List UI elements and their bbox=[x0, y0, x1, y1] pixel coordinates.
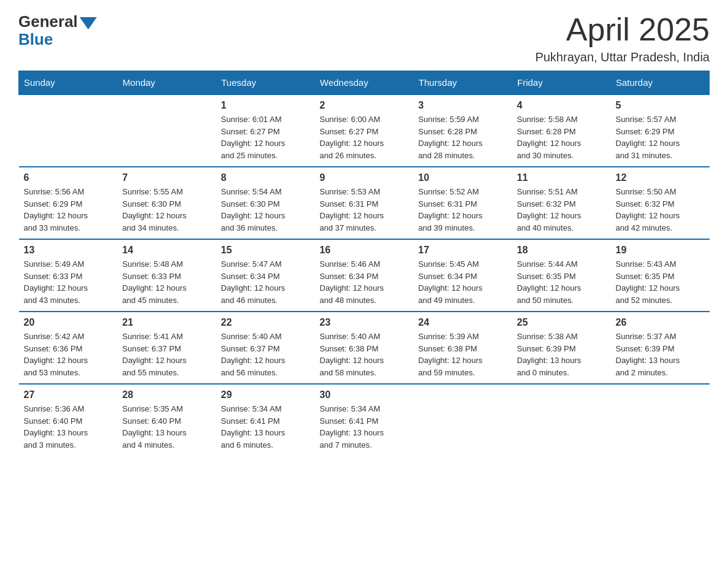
day-number: 13 bbox=[24, 245, 113, 256]
day-number: 27 bbox=[24, 389, 113, 400]
day-info: Sunrise: 5:49 AMSunset: 6:33 PMDaylight:… bbox=[24, 258, 113, 306]
calendar-week-3: 13Sunrise: 5:49 AMSunset: 6:33 PMDayligh… bbox=[19, 239, 710, 312]
day-number: 19 bbox=[616, 245, 705, 256]
calendar-header-monday: Monday bbox=[118, 71, 216, 95]
logo-general-text: General bbox=[18, 12, 78, 31]
day-info: Sunrise: 5:57 AMSunset: 6:29 PMDaylight:… bbox=[616, 113, 705, 161]
day-number: 9 bbox=[320, 172, 409, 183]
day-info: Sunrise: 5:46 AMSunset: 6:34 PMDaylight:… bbox=[320, 258, 409, 306]
calendar-header-sunday: Sunday bbox=[19, 71, 118, 95]
calendar-cell bbox=[118, 94, 216, 167]
day-info: Sunrise: 5:38 AMSunset: 6:39 PMDaylight:… bbox=[517, 331, 606, 378]
day-info: Sunrise: 5:59 AMSunset: 6:28 PMDaylight:… bbox=[419, 113, 507, 161]
calendar-cell: 25Sunrise: 5:38 AMSunset: 6:39 PMDayligh… bbox=[512, 312, 611, 384]
calendar-week-2: 6Sunrise: 5:56 AMSunset: 6:29 PMDaylight… bbox=[19, 167, 710, 239]
day-info: Sunrise: 5:36 AMSunset: 6:40 PMDaylight:… bbox=[24, 403, 113, 451]
page-header: General Blue April 2025 Pukhrayan, Uttar… bbox=[18, 12, 710, 64]
day-number: 22 bbox=[221, 317, 310, 328]
logo-blue-text: Blue bbox=[18, 30, 53, 49]
calendar-cell: 20Sunrise: 5:42 AMSunset: 6:36 PMDayligh… bbox=[19, 312, 118, 384]
calendar-cell: 4Sunrise: 5:58 AMSunset: 6:28 PMDaylight… bbox=[512, 94, 611, 167]
title-section: April 2025 Pukhrayan, Uttar Pradesh, Ind… bbox=[535, 12, 710, 64]
day-info: Sunrise: 5:42 AMSunset: 6:36 PMDaylight:… bbox=[24, 331, 113, 378]
calendar-cell: 17Sunrise: 5:45 AMSunset: 6:34 PMDayligh… bbox=[414, 239, 512, 312]
logo-triangle-icon bbox=[80, 17, 97, 29]
calendar-header-tuesday: Tuesday bbox=[216, 71, 315, 95]
calendar-cell: 2Sunrise: 6:00 AMSunset: 6:27 PMDaylight… bbox=[315, 94, 414, 167]
calendar-cell: 18Sunrise: 5:44 AMSunset: 6:35 PMDayligh… bbox=[512, 239, 611, 312]
day-number: 3 bbox=[419, 100, 507, 111]
day-number: 25 bbox=[517, 317, 606, 328]
day-number: 20 bbox=[24, 317, 113, 328]
calendar-header-row: SundayMondayTuesdayWednesdayThursdayFrid… bbox=[19, 71, 710, 95]
day-number: 4 bbox=[517, 100, 606, 111]
calendar-week-1: 1Sunrise: 6:01 AMSunset: 6:27 PMDaylight… bbox=[19, 94, 710, 167]
day-info: Sunrise: 5:50 AMSunset: 6:32 PMDaylight:… bbox=[616, 186, 705, 234]
calendar-cell: 10Sunrise: 5:52 AMSunset: 6:31 PMDayligh… bbox=[414, 167, 512, 239]
calendar-cell: 8Sunrise: 5:54 AMSunset: 6:30 PMDaylight… bbox=[216, 167, 315, 239]
day-info: Sunrise: 5:40 AMSunset: 6:37 PMDaylight:… bbox=[221, 331, 310, 378]
day-info: Sunrise: 5:48 AMSunset: 6:33 PMDaylight:… bbox=[123, 258, 211, 306]
calendar-cell bbox=[611, 384, 710, 456]
day-number: 30 bbox=[320, 389, 409, 400]
calendar-cell: 22Sunrise: 5:40 AMSunset: 6:37 PMDayligh… bbox=[216, 312, 315, 384]
calendar-cell: 16Sunrise: 5:46 AMSunset: 6:34 PMDayligh… bbox=[315, 239, 414, 312]
day-info: Sunrise: 5:54 AMSunset: 6:30 PMDaylight:… bbox=[221, 186, 310, 234]
day-number: 7 bbox=[123, 172, 211, 183]
calendar-cell: 21Sunrise: 5:41 AMSunset: 6:37 PMDayligh… bbox=[118, 312, 216, 384]
day-number: 1 bbox=[221, 100, 310, 111]
calendar-header-thursday: Thursday bbox=[414, 71, 512, 95]
day-info: Sunrise: 5:41 AMSunset: 6:37 PMDaylight:… bbox=[123, 331, 211, 378]
calendar-header-wednesday: Wednesday bbox=[315, 71, 414, 95]
day-number: 2 bbox=[320, 100, 409, 111]
day-info: Sunrise: 5:40 AMSunset: 6:38 PMDaylight:… bbox=[320, 331, 409, 378]
calendar-cell: 26Sunrise: 5:37 AMSunset: 6:39 PMDayligh… bbox=[611, 312, 710, 384]
day-info: Sunrise: 5:56 AMSunset: 6:29 PMDaylight:… bbox=[24, 186, 113, 234]
calendar-header-saturday: Saturday bbox=[611, 71, 710, 95]
day-info: Sunrise: 5:51 AMSunset: 6:32 PMDaylight:… bbox=[517, 186, 606, 234]
logo: General Blue bbox=[18, 12, 97, 49]
calendar-week-5: 27Sunrise: 5:36 AMSunset: 6:40 PMDayligh… bbox=[19, 384, 710, 456]
day-number: 14 bbox=[123, 245, 211, 256]
day-number: 29 bbox=[221, 389, 310, 400]
day-info: Sunrise: 5:47 AMSunset: 6:34 PMDaylight:… bbox=[221, 258, 310, 306]
day-info: Sunrise: 5:34 AMSunset: 6:41 PMDaylight:… bbox=[221, 403, 310, 451]
day-number: 23 bbox=[320, 317, 409, 328]
day-info: Sunrise: 5:44 AMSunset: 6:35 PMDaylight:… bbox=[517, 258, 606, 306]
calendar-cell: 14Sunrise: 5:48 AMSunset: 6:33 PMDayligh… bbox=[118, 239, 216, 312]
month-title: April 2025 bbox=[535, 12, 710, 47]
calendar-cell: 3Sunrise: 5:59 AMSunset: 6:28 PMDaylight… bbox=[414, 94, 512, 167]
day-info: Sunrise: 5:53 AMSunset: 6:31 PMDaylight:… bbox=[320, 186, 409, 234]
calendar-cell: 23Sunrise: 5:40 AMSunset: 6:38 PMDayligh… bbox=[315, 312, 414, 384]
calendar-cell: 9Sunrise: 5:53 AMSunset: 6:31 PMDaylight… bbox=[315, 167, 414, 239]
calendar-cell: 5Sunrise: 5:57 AMSunset: 6:29 PMDaylight… bbox=[611, 94, 710, 167]
calendar-cell: 12Sunrise: 5:50 AMSunset: 6:32 PMDayligh… bbox=[611, 167, 710, 239]
calendar-cell: 24Sunrise: 5:39 AMSunset: 6:38 PMDayligh… bbox=[414, 312, 512, 384]
day-info: Sunrise: 5:52 AMSunset: 6:31 PMDaylight:… bbox=[419, 186, 507, 234]
day-info: Sunrise: 5:34 AMSunset: 6:41 PMDaylight:… bbox=[320, 403, 409, 451]
day-info: Sunrise: 6:00 AMSunset: 6:27 PMDaylight:… bbox=[320, 113, 409, 161]
calendar-cell: 13Sunrise: 5:49 AMSunset: 6:33 PMDayligh… bbox=[19, 239, 118, 312]
day-number: 21 bbox=[123, 317, 211, 328]
day-info: Sunrise: 5:55 AMSunset: 6:30 PMDaylight:… bbox=[123, 186, 211, 234]
calendar-cell bbox=[19, 94, 118, 167]
day-info: Sunrise: 5:39 AMSunset: 6:38 PMDaylight:… bbox=[419, 331, 507, 378]
calendar-cell: 28Sunrise: 5:35 AMSunset: 6:40 PMDayligh… bbox=[118, 384, 216, 456]
calendar-cell: 27Sunrise: 5:36 AMSunset: 6:40 PMDayligh… bbox=[19, 384, 118, 456]
day-number: 17 bbox=[419, 245, 507, 256]
calendar-cell bbox=[414, 384, 512, 456]
calendar-cell: 1Sunrise: 6:01 AMSunset: 6:27 PMDaylight… bbox=[216, 94, 315, 167]
location-title: Pukhrayan, Uttar Pradesh, India bbox=[535, 50, 710, 64]
day-number: 28 bbox=[123, 389, 211, 400]
day-number: 6 bbox=[24, 172, 113, 183]
calendar-cell: 29Sunrise: 5:34 AMSunset: 6:41 PMDayligh… bbox=[216, 384, 315, 456]
calendar-cell: 19Sunrise: 5:43 AMSunset: 6:35 PMDayligh… bbox=[611, 239, 710, 312]
day-info: Sunrise: 5:35 AMSunset: 6:40 PMDaylight:… bbox=[123, 403, 211, 451]
calendar-table: SundayMondayTuesdayWednesdayThursdayFrid… bbox=[18, 71, 710, 456]
day-number: 12 bbox=[616, 172, 705, 183]
day-number: 18 bbox=[517, 245, 606, 256]
day-number: 8 bbox=[221, 172, 310, 183]
calendar-cell bbox=[512, 384, 611, 456]
calendar-cell: 6Sunrise: 5:56 AMSunset: 6:29 PMDaylight… bbox=[19, 167, 118, 239]
day-info: Sunrise: 5:37 AMSunset: 6:39 PMDaylight:… bbox=[616, 331, 705, 378]
